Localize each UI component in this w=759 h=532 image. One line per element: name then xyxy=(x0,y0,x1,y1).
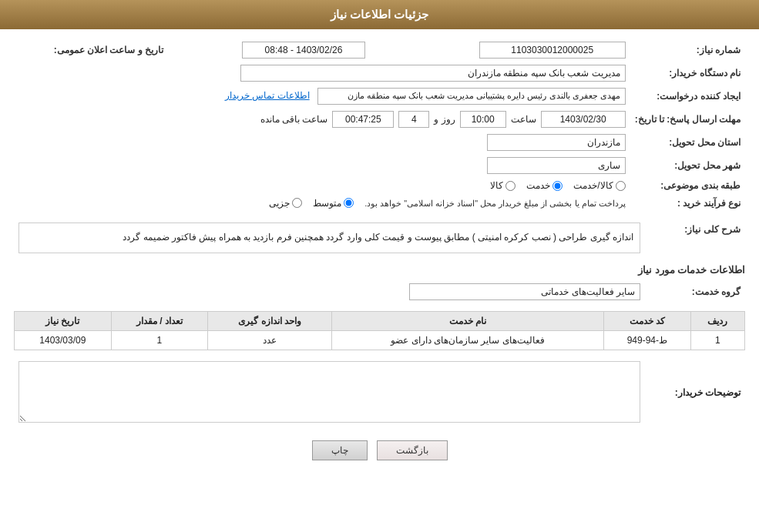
row-service-group: گروه خدمت: سایر فعالیت‌های خدماتی xyxy=(14,280,745,303)
creator-value: مهدی جعفری بالندی رئیس دایره پشتیبانی مد… xyxy=(14,85,630,108)
city-value: ساری xyxy=(14,154,630,177)
province-input: مازندران xyxy=(487,134,626,151)
purchaseType-motavasset-radio[interactable] xyxy=(344,198,354,208)
cell-unit: عدد xyxy=(208,330,332,350)
purchaseType-jozyi-option[interactable]: جزیی xyxy=(269,198,302,209)
announcement-date-input: 1403/02/26 - 08:48 xyxy=(242,42,365,59)
cell-name: فعالیت‌های سایر سازمان‌های دارای عضو xyxy=(332,330,604,350)
sendTime-label: ساعت xyxy=(511,114,536,125)
category-radio-group: کالا خدمت کالا/خدمت xyxy=(18,180,626,191)
col-code: کد خدمت xyxy=(603,311,690,330)
sendTime-input: 10:00 xyxy=(460,111,506,128)
col-name: نام خدمت xyxy=(332,311,604,330)
row-buyer-org: نام دستگاه خریدار: مدیریت شعب بانک سپه م… xyxy=(14,62,745,85)
category-kala-option[interactable]: کالا xyxy=(490,180,516,191)
buyerOrgName-value: مدیریت شعب بانک سپه منطقه مازندران xyxy=(14,62,630,85)
row-city: شهر محل تحویل: ساری xyxy=(14,154,745,177)
col-unit: واحد اندازه گیری xyxy=(208,311,332,330)
back-button[interactable]: بازگشت xyxy=(377,440,448,460)
needNumber-input: 1103030012000025 xyxy=(479,42,626,59)
announcement-date-value: 1403/02/26 - 08:48 xyxy=(168,38,370,62)
buyerOrgName-label: نام دستگاه خریدار: xyxy=(630,62,745,85)
category-kala-radio[interactable] xyxy=(505,181,516,191)
serviceGroup-label: گروه خدمت: xyxy=(645,280,745,303)
serviceGroup-value: سایر فعالیت‌های خدماتی xyxy=(14,280,645,303)
purchaseType-label: نوع فرآیند خرید : xyxy=(630,194,745,212)
page-title: جزئیات اطلاعات نیاز xyxy=(331,8,428,21)
purchaseType-cell: جزیی متوسط پرداخت تمام یا بخشی از مبلغ خ… xyxy=(14,194,630,212)
row-category: طبقه بندی موضوعی: کالا خدمت xyxy=(14,177,745,194)
page-header: جزئیات اطلاعات نیاز xyxy=(0,0,759,29)
creator-contact-link[interactable]: اطلاعات تماس خریدار xyxy=(225,90,310,101)
buyerComments-textarea[interactable] xyxy=(18,361,640,423)
row-creator: ایجاد کننده درخواست: مهدی جعفری بالندی ر… xyxy=(14,85,745,108)
purchase-type-row: جزیی متوسط پرداخت تمام یا بخشی از مبلغ خ… xyxy=(18,197,626,209)
send-deadline-flex: 1403/02/30 ساعت 10:00 روز و 4 00:47:25 س… xyxy=(18,111,626,128)
creator-label: ایجاد کننده درخواست: xyxy=(630,85,745,108)
service-group-table: گروه خدمت: سایر فعالیت‌های خدماتی xyxy=(14,280,745,303)
cell-row: 1 xyxy=(690,330,744,350)
needNumber-value: 1103030012000025 xyxy=(393,38,630,62)
page-wrapper: جزئیات اطلاعات نیاز شماره نیاز: 11030300… xyxy=(0,0,759,532)
purchaseType-jozyi-label: جزیی xyxy=(269,198,290,209)
category-kala-khadamat-option[interactable]: کالا/خدمت xyxy=(573,180,625,191)
row-purchase-type: نوع فرآیند خرید : جزیی متوسط پرداخت xyxy=(14,194,745,212)
sendRemain-label: ساعت باقی مانده xyxy=(260,114,328,125)
sendRemain-input: 00:47:25 xyxy=(332,111,394,128)
purchaseType-motavasset-option[interactable]: متوسط xyxy=(313,198,354,209)
table-row: 1ط-94-949فعالیت‌های سایر سازمان‌های دارا… xyxy=(15,330,745,350)
needDescription-box: اندازه گیری طراحی ( نصب کرکره امنیتی ) م… xyxy=(18,223,640,253)
print-button[interactable]: چاپ xyxy=(312,440,368,460)
sendDays-input: 4 xyxy=(398,111,429,128)
sendDate-input: 1403/02/30 xyxy=(541,111,626,128)
col-row: ردیف xyxy=(690,311,744,330)
province-value: مازندران xyxy=(14,131,630,154)
city-input: ساری xyxy=(487,157,626,174)
row-description: شرح کلی نیاز: اندازه گیری طراحی ( نصب کر… xyxy=(14,219,745,256)
services-table-body: 1ط-94-949فعالیت‌های سایر سازمان‌های دارا… xyxy=(15,330,745,350)
row-need-number: شماره نیاز: 1103030012000025 1403/02/26 … xyxy=(14,38,745,62)
buyerComments-cell xyxy=(14,358,645,428)
purchaseType-notice: پرداخت تمام یا بخشی از مبلغ خریدار محل "… xyxy=(364,199,626,209)
purchaseType-motavasset-label: متوسط xyxy=(313,198,341,209)
sendDate-label: مهلت ارسال پاسخ: تا تاریخ: xyxy=(630,108,745,131)
sendDate-row: 1403/02/30 ساعت 10:00 روز و 4 00:47:25 س… xyxy=(14,108,630,131)
services-table-header: ردیف کد خدمت نام خدمت واحد اندازه گیری ت… xyxy=(15,311,745,330)
cell-qty: 1 xyxy=(111,330,208,350)
col-qty: تعداد / مقدار xyxy=(111,311,208,330)
creator-input: مهدی جعفری بالندی رئیس دایره پشتیبانی مد… xyxy=(317,88,626,105)
category-kala-khadamat-label: کالا/خدمت xyxy=(573,180,613,191)
row-province: استان محل تحویل: مازندران xyxy=(14,131,745,154)
row-send-deadline: مهلت ارسال پاسخ: تا تاریخ: 1403/02/30 سا… xyxy=(14,108,745,131)
col-date: تاریخ نیاز xyxy=(15,311,112,330)
row-comments: توضیحات خریدار: xyxy=(14,358,745,428)
buyerOrgName-input: مدیریت شعب بانک سپه منطقه مازندران xyxy=(240,65,626,82)
needNumber-label: شماره نیاز: xyxy=(630,38,745,62)
services-table: ردیف کد خدمت نام خدمت واحد اندازه گیری ت… xyxy=(14,311,745,350)
category-kala-khadamat-radio[interactable] xyxy=(616,181,626,191)
sendDays-label: روز و xyxy=(434,114,455,125)
buyerComments-label: توضیحات خریدار: xyxy=(645,358,745,428)
announcement-date-label: تاریخ و ساعت اعلان عمومی: xyxy=(14,38,168,62)
comments-section: توضیحات خریدار: xyxy=(14,358,745,428)
description-section: شرح کلی نیاز: اندازه گیری طراحی ( نصب کر… xyxy=(14,219,745,256)
purchaseType-jozyi-radio[interactable] xyxy=(292,198,302,208)
needDescription-cell: اندازه گیری طراحی ( نصب کرکره امنیتی ) م… xyxy=(14,219,645,256)
info-table: شماره نیاز: 1103030012000025 1403/02/26 … xyxy=(14,38,745,212)
cell-date: 1403/03/09 xyxy=(15,330,112,350)
bottom-buttons: بازگشت چاپ xyxy=(14,440,745,460)
city-label: شهر محل تحویل: xyxy=(630,154,745,177)
category-khadamat-option[interactable]: خدمت xyxy=(526,180,563,191)
category-khadamat-label: خدمت xyxy=(526,180,550,191)
services-title: اطلاعات خدمات مورد نیاز xyxy=(14,264,745,276)
category-khadamat-radio[interactable] xyxy=(552,181,563,191)
content-area: شماره نیاز: 1103030012000025 1403/02/26 … xyxy=(0,29,759,477)
serviceGroup-input: سایر فعالیت‌های خدماتی xyxy=(409,283,640,300)
category-label: طبقه بندی موضوعی: xyxy=(630,177,745,194)
category-kala-label: کالا xyxy=(490,180,503,191)
cell-code: ط-94-949 xyxy=(603,330,690,350)
category-radios: کالا خدمت کالا/خدمت xyxy=(14,177,630,194)
needDescription-label: شرح کلی نیاز: xyxy=(645,219,745,256)
province-label: استان محل تحویل: xyxy=(630,131,745,154)
